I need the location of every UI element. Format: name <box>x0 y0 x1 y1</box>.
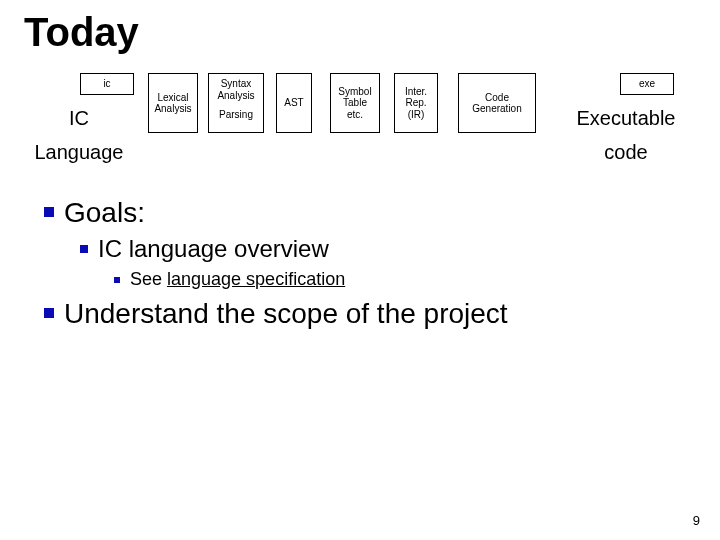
stage-syntax-bottom: Parsing <box>219 109 253 121</box>
stage-ic: ic <box>80 73 134 95</box>
bullet-goals: Goals: <box>44 197 696 229</box>
bullet-list: Goals: IC language overview See language… <box>24 197 696 330</box>
bullet-icon <box>114 277 120 283</box>
stage-codegen: Code Generation <box>458 73 536 133</box>
left-label-language: Language <box>24 141 134 164</box>
stage-syntax: Syntax Analysis Parsing <box>208 73 264 133</box>
bullet-scope: Understand the scope of the project <box>44 298 696 330</box>
bullet-see-spec: See language specification <box>114 269 696 290</box>
stage-lexical: Lexical Analysis <box>148 73 198 133</box>
right-label-executable: Executable <box>556 107 696 130</box>
left-label-ic: IC <box>24 107 134 130</box>
stage-exe: exe <box>620 73 674 95</box>
bullet-ic-overview: IC language overview <box>80 235 696 263</box>
bullet-icon <box>44 308 54 318</box>
bullet-text: See language specification <box>130 269 345 290</box>
see-prefix: See <box>130 269 167 289</box>
stage-ast: AST <box>276 73 312 133</box>
bullet-icon <box>80 245 88 253</box>
page-number: 9 <box>693 513 700 528</box>
bullet-text: IC language overview <box>98 235 329 263</box>
stage-ir: Inter. Rep. (IR) <box>394 73 438 133</box>
stage-symbol: Symbol Table etc. <box>330 73 380 133</box>
bullet-icon <box>44 207 54 217</box>
bullet-text: Understand the scope of the project <box>64 298 508 330</box>
bullet-text: Goals: <box>64 197 145 229</box>
language-spec-link[interactable]: language specification <box>167 269 345 289</box>
stage-syntax-top: Syntax Analysis <box>217 78 254 101</box>
slide-title: Today <box>24 10 696 55</box>
pipeline-diagram: ic Lexical Analysis Syntax Analysis Pars… <box>24 73 696 173</box>
right-label-code: code <box>556 141 696 164</box>
